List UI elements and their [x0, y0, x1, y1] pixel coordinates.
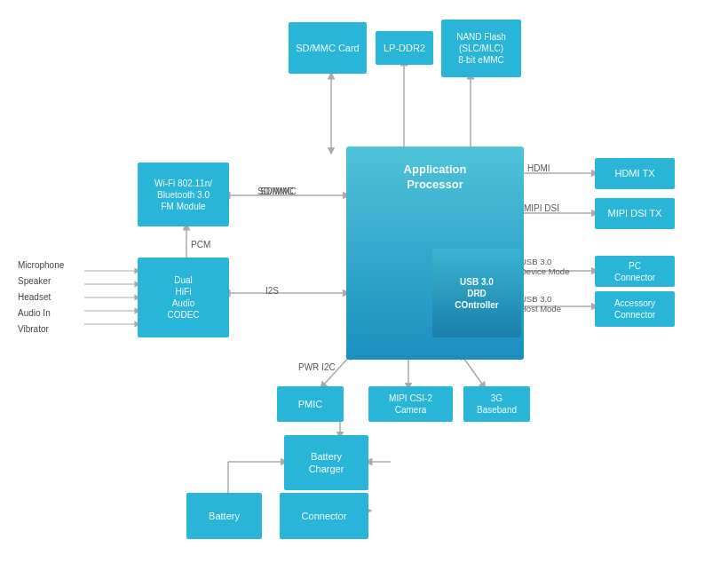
- pcm-label: PCM: [191, 240, 210, 250]
- sdmmc-card-block: SD/MMC Card: [289, 22, 367, 74]
- dual-hifi-block: DualHiFiAudioCODEC: [138, 258, 229, 337]
- mipi-csi2-block: MIPI CSI-2Camera: [368, 386, 453, 422]
- mipi-dsi-label: MIPI DSI: [524, 203, 559, 213]
- i2s-label: I2S: [265, 286, 279, 296]
- baseband-3g-block: 3GBaseband: [463, 386, 530, 422]
- pc-connector-block: PCConnector: [595, 256, 675, 287]
- wifi-bt-block: Wi-Fi 802.11n/Bluetooth 3.0FM Module: [138, 163, 229, 226]
- svg-line-14: [462, 355, 484, 386]
- usb3-device-label: USB 3.0Device Mode: [520, 257, 569, 277]
- lpddr2-block: LP-DDR2: [376, 31, 433, 65]
- usb-controller-block: USB 3.0DRDCOntroller: [432, 249, 521, 337]
- vibrator-label: Vibrator: [18, 321, 64, 337]
- hdmi-label: HDMI: [527, 163, 550, 173]
- usb3-host-label: USB 3.0Host Mode: [520, 294, 561, 314]
- battery-charger-block: BatteryCharger: [284, 435, 368, 490]
- pmic-block: PMIC: [277, 386, 344, 422]
- sdmmc-bus-label: SD/MMC: [260, 186, 297, 196]
- nand-flash-block: NAND Flash(SLC/MLC)8-bit eMMC: [441, 20, 521, 77]
- battery-block: Battery: [186, 493, 262, 539]
- diagram: SD/MMC SD/MMC I2S PCM PWR I2C HDMI MIPI …: [0, 0, 728, 579]
- speaker-label: Speaker: [18, 274, 64, 290]
- audio-in-label: Audio In: [18, 305, 64, 321]
- microphone-label: Microphone: [18, 258, 64, 274]
- mipi-dsi-tx-block: MIPI DSI TX: [595, 198, 675, 229]
- headset-label: Headset: [18, 290, 64, 305]
- side-labels: Microphone Speaker Headset Audio In Vibr…: [18, 258, 64, 337]
- pwr-i2c-label: PWR I2C: [298, 362, 336, 372]
- hdmi-tx-block: HDMI TX: [595, 158, 675, 189]
- accessory-connector-block: AccessoryConnector: [595, 291, 675, 327]
- connector-block: Connector: [280, 493, 368, 539]
